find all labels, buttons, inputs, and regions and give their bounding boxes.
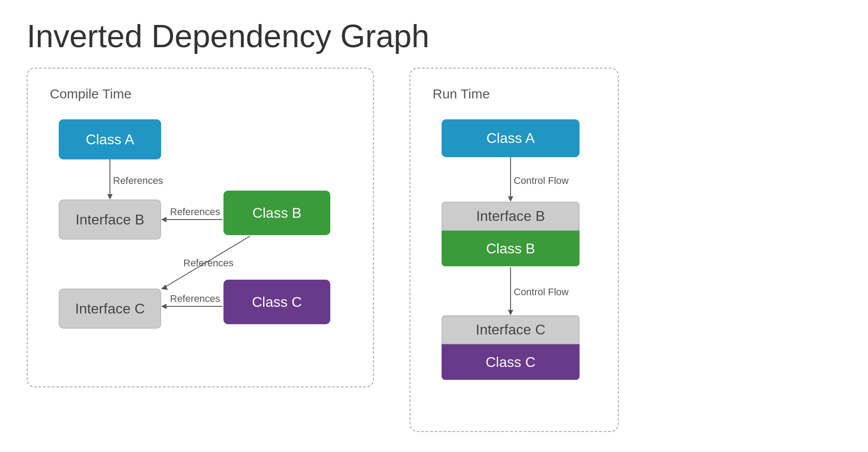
svg-marker-3 bbox=[161, 217, 166, 222]
runtime-box: Run Time Control Flow Control Flow Class… bbox=[410, 68, 619, 432]
ref-label-4: References bbox=[170, 293, 220, 304]
svg-marker-7 bbox=[161, 304, 166, 309]
rt-class-a-node: Class A bbox=[442, 119, 580, 157]
compile-time-label: Compile Time bbox=[50, 86, 351, 102]
svg-marker-11 bbox=[508, 310, 513, 315]
ct-interface-b-node: Interface B bbox=[59, 200, 161, 240]
ref-label-3: References bbox=[183, 257, 234, 269]
runtime-label: Run Time bbox=[433, 86, 596, 102]
flow-label-1: Control Flow bbox=[514, 175, 569, 186]
svg-marker-1 bbox=[107, 194, 113, 200]
runtime-inner: Control Flow Control Flow Class A Interf… bbox=[433, 115, 597, 409]
page-title: Inverted Dependency Graph bbox=[0, 0, 868, 68]
compile-time-box: Compile Time References References Refer… bbox=[27, 68, 374, 387]
rt-interface-c-node: Interface C bbox=[442, 315, 580, 344]
svg-marker-9 bbox=[508, 196, 513, 202]
diagrams-container: Compile Time References References Refer… bbox=[0, 68, 868, 432]
rt-interface-b-node: Interface B bbox=[442, 202, 580, 231]
compile-time-inner: References References References Referen… bbox=[50, 115, 353, 364]
flow-label-2: Control Flow bbox=[514, 286, 569, 297]
rt-class-b-node: Class B bbox=[442, 231, 580, 266]
ref-label-1: References bbox=[113, 175, 163, 186]
ct-class-c-node: Class C bbox=[223, 280, 330, 324]
rt-class-c-node: Class C bbox=[442, 344, 580, 380]
svg-marker-5 bbox=[161, 285, 168, 290]
ct-class-a-node: Class A bbox=[59, 119, 161, 159]
ct-interface-c-node: Interface C bbox=[59, 289, 161, 329]
ct-class-b-node: Class B bbox=[223, 191, 330, 235]
ref-label-2: References bbox=[170, 206, 220, 217]
